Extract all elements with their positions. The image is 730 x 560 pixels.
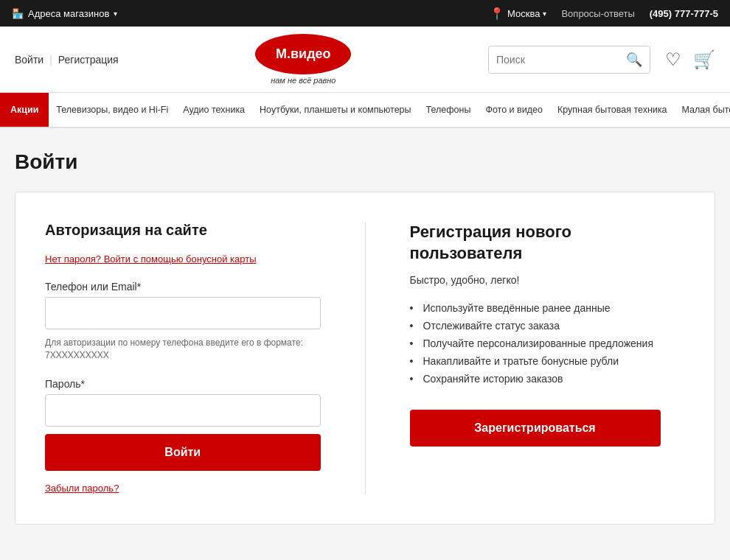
login-button[interactable]: Войти — [45, 434, 321, 471]
benefit-3: Получайте персонализированные предложени… — [410, 335, 686, 352]
forgot-password-link[interactable]: Забыли пароль? — [45, 483, 119, 494]
panel-divider — [365, 222, 366, 494]
auth-divider: | — [49, 54, 52, 66]
login-panel: Авторизация на сайте Нет пароля? Войти с… — [45, 222, 321, 494]
password-input[interactable] — [45, 394, 321, 427]
login-heading: Авторизация на сайте — [45, 222, 321, 239]
nav-item-notebooks[interactable]: Ноутбуки, планшеты и компьютеры — [252, 93, 418, 127]
nav-item-phones[interactable]: Телефоны — [419, 93, 479, 127]
register-panel: Регистрация нового пользователя Быстро, … — [410, 222, 686, 494]
city-label: Москва — [507, 8, 540, 19]
city-selector[interactable]: 📍 Москва ▾ — [490, 7, 546, 21]
register-button[interactable]: Зарегистрироваться — [410, 410, 661, 447]
register-heading: Регистрация нового пользователя — [410, 222, 686, 264]
cart-button[interactable]: 🛒 — [693, 49, 715, 70]
logo-text: М.видео — [276, 47, 331, 62]
stores-label: Адреса магазинов — [28, 8, 109, 19]
location-icon: 📍 — [490, 7, 504, 21]
password-label: Пароль* — [45, 378, 321, 390]
header-auth: Войти | Регистрация — [15, 54, 119, 66]
search-button[interactable]: 🔍 — [619, 52, 650, 68]
phone-hint: Для авторизации по номеру телефона введи… — [45, 337, 321, 362]
login-container: Авторизация на сайте Нет пароля? Войти с… — [15, 192, 715, 525]
store-icon: 🏪 — [12, 8, 24, 19]
city-chevron-icon: ▾ — [543, 10, 546, 18]
benefit-5: Сохраняйте историю заказов — [410, 370, 686, 388]
header-icons: ♡ 🛒 — [665, 49, 715, 70]
top-bar-right: 📍 Москва ▾ Вопросы-ответы (495) 777-777-… — [490, 7, 718, 21]
main-content: Войти Авторизация на сайте Нет пароля? В… — [0, 128, 730, 547]
phone-number: (495) 777-777-5 — [650, 8, 718, 19]
logo[interactable]: М.видео — [255, 34, 351, 74]
header: Войти | Регистрация М.видео нам не всё р… — [0, 27, 730, 93]
login-link[interactable]: Войти — [15, 54, 44, 66]
benefits-list: Используйте введённые ранее данные Отсле… — [410, 299, 686, 388]
top-bar: 🏪 Адреса магазинов ▾ 📍 Москва ▾ Вопросы-… — [0, 0, 730, 27]
benefit-2: Отслеживайте статус заказа — [410, 317, 686, 335]
nav-item-photo[interactable]: Фото и видео — [478, 93, 549, 127]
benefit-4: Накапливайте и тратьте бонусные рубли — [410, 352, 686, 370]
phone-field-group: Телефон или Email* Для авторизации по но… — [45, 281, 321, 362]
benefit-1: Используйте введённые ранее данные — [410, 299, 686, 317]
phone-label: Телефон или Email* — [45, 281, 321, 293]
register-subtitle: Быстро, удобно, легко! — [410, 274, 686, 286]
nav-item-tv[interactable]: Телевизоры, видео и Hi-Fi — [49, 93, 175, 127]
bonus-card-link[interactable]: Нет пароля? Войти с помощью бонусной кар… — [45, 253, 256, 265]
nav-item-audio[interactable]: Аудио техника — [175, 93, 252, 127]
chevron-down-icon: ▾ — [114, 10, 117, 18]
stores-link[interactable]: 🏪 Адреса магазинов ▾ — [12, 8, 117, 19]
nav-item-aktsii[interactable]: Акции — [0, 93, 49, 127]
logo-area: М.видео нам не всё равно — [133, 34, 473, 85]
search-bar: 🔍 — [488, 46, 650, 74]
nav-item-large[interactable]: Крупная бытовая техника — [550, 93, 675, 127]
main-nav: Акции Телевизоры, видео и Hi-Fi Аудио те… — [0, 93, 730, 128]
page-title: Войти — [15, 150, 715, 174]
logo-tagline: нам не всё равно — [271, 76, 336, 85]
password-field-group: Пароль* — [45, 378, 321, 434]
nav-item-small[interactable]: Малая бытовая техника — [675, 93, 730, 127]
wishlist-button[interactable]: ♡ — [665, 49, 681, 70]
register-link[interactable]: Регистрация — [58, 54, 119, 66]
phone-input[interactable] — [45, 297, 321, 329]
faq-link[interactable]: Вопросы-ответы — [561, 8, 634, 19]
search-input[interactable] — [489, 46, 619, 73]
